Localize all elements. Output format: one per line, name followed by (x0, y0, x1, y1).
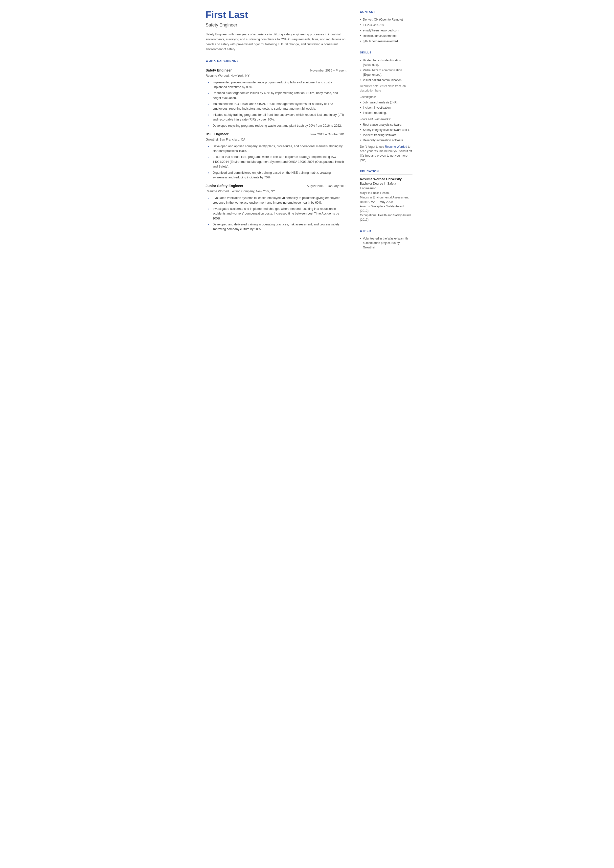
other-section: OTHER Volunteered in the Waste4Warmth hu… (360, 229, 412, 250)
tool-4: Reliability information software. (360, 138, 412, 143)
techniques-list: Job hazard analysis (JHA) Incident inves… (360, 100, 412, 115)
job-bullets-3: Evaluated ventilation systems to lessen … (206, 196, 346, 232)
technique-1: Job hazard analysis (JHA) (360, 100, 412, 105)
summary-text: Safety Engineer with nine years of exper… (206, 32, 346, 52)
job-entry-1: Safety Engineer November 2015 – Present … (206, 68, 346, 128)
recruiter-note: Recruiter note: enter skills from job de… (360, 84, 412, 93)
bullet-1-3: Maintained the ISO 14001 and OHSAS 18001… (208, 102, 346, 111)
contact-label: CONTACT (360, 10, 412, 16)
job-title-1: Safety Engineer (206, 68, 232, 73)
bullet-1-2: Reduced plant ergonomics issues by 40% b… (208, 91, 346, 101)
contact-section: CONTACT Denver, OH (Open to Remote) +1-2… (360, 10, 412, 43)
main-skills-list: Hidden hazards identification (Advanced)… (360, 58, 412, 82)
resume-page: First Last Safety Engineer Safety Engine… (196, 0, 419, 868)
bullet-3-3: Developed and delivered training in oper… (208, 222, 346, 232)
bullet-1-4: Initiated safety training programs for a… (208, 113, 346, 122)
skill-item-3: Visual hazard communication. (360, 78, 412, 82)
job-dates-2: June 2013 – October 2015 (310, 132, 346, 137)
contact-item-1: Denver, OH (Open to Remote) (360, 17, 412, 22)
edu-detail-5: Occupational Health and Safety Award (20… (360, 213, 412, 222)
job-header-1: Safety Engineer November 2015 – Present (206, 68, 346, 73)
right-column: CONTACT Denver, OH (Open to Remote) +1-2… (354, 0, 419, 868)
tool-2: Safety integrity level software (SIL). (360, 128, 412, 132)
resume-worded-link[interactable]: Resume Worded (385, 145, 407, 149)
tool-1: Root cause analysis software. (360, 123, 412, 127)
other-label: OTHER (360, 229, 412, 234)
work-experience-section: WORK EXPERIENCE Safety Engineer November… (206, 59, 346, 232)
contact-item-3: email@resumeworded.com (360, 28, 412, 33)
contact-item-2: +1-234-456-789 (360, 23, 412, 27)
job-company-2: Growthsi, San Francisco, CA (206, 137, 346, 142)
edu-detail-3: Boston, MA — May 2009 (360, 200, 412, 204)
bullet-1-5: Developed recycling programs reducing wa… (208, 123, 346, 128)
skills-section: SKILLS Hidden hazards identification (Ad… (360, 50, 412, 162)
job-dates-3: August 2010 – January 2013 (307, 184, 346, 189)
job-entry-2: HSE Engineer June 2013 – October 2015 Gr… (206, 132, 346, 180)
contact-item-5: github.com/resumeworded (360, 39, 412, 43)
edu-detail-2: Minors in Environmental Assessment. (360, 195, 412, 200)
job-bullets-2: Developed and applied company safety pla… (206, 144, 346, 180)
job-header-3: Junior Safety Engineer August 2010 – Jan… (206, 183, 346, 189)
technique-2: Incident investigation. (360, 106, 412, 110)
job-entry-3: Junior Safety Engineer August 2010 – Jan… (206, 183, 346, 231)
job-title-2: HSE Engineer (206, 132, 229, 137)
bullet-2-3: Organized and administered on-job traini… (208, 171, 346, 180)
edu-institution-1: Resume Worded University (360, 177, 412, 182)
scan-note: Don't forget to use Resume Worded to sca… (360, 144, 412, 162)
job-company-1: Resume Worded, New York, NY (206, 73, 346, 78)
education-label: EDUCATION (360, 169, 412, 175)
edu-entry-1: Resume Worded University Bachelor Degree… (360, 177, 412, 222)
technique-3: Incident reporting. (360, 110, 412, 115)
bullet-3-2: Investigated accidents and implemented c… (208, 207, 346, 221)
job-bullets-1: Implemented preventive maintenance progr… (206, 80, 346, 128)
contact-item-4: linkedin.com/in/username (360, 34, 412, 38)
edu-degree-1: Bachelor Degree in Safety Engineering. (360, 182, 412, 191)
job-title-header: Safety Engineer (206, 22, 346, 28)
scan-note-prefix: Don't forget to use (360, 145, 385, 149)
left-column: First Last Safety Engineer Safety Engine… (196, 0, 354, 868)
job-header-2: HSE Engineer June 2013 – October 2015 (206, 132, 346, 137)
bullet-2-2: Ensured that annual HSE programs were in… (208, 155, 346, 169)
tool-3: Incident tracking software. (360, 133, 412, 137)
skills-label: SKILLS (360, 50, 412, 56)
bullet-3-1: Evaluated ventilation systems to lessen … (208, 196, 346, 205)
techniques-label: Techniques: (360, 95, 412, 99)
skill-item-2: Verbal hazard communication (Experienced… (360, 68, 412, 77)
skill-item-1: Hidden hazards identification (Advanced)… (360, 58, 412, 67)
job-dates-1: November 2015 – Present (310, 68, 346, 73)
tools-label: Tools and Frameworks: (360, 117, 412, 121)
other-text: Volunteered in the Waste4Warmth humanita… (360, 236, 412, 250)
edu-detail-4: Awards: Workplace Safety Award (2012). (360, 204, 412, 213)
edu-detail-1: Major in Public Health. (360, 191, 412, 195)
contact-list: Denver, OH (Open to Remote) +1-234-456-7… (360, 17, 412, 43)
tools-list: Root cause analysis software. Safety int… (360, 123, 412, 143)
bullet-2-1: Developed and applied company safety pla… (208, 144, 346, 154)
bullet-1-1: Implemented preventive maintenance progr… (208, 80, 346, 90)
education-section: EDUCATION Resume Worded University Bache… (360, 169, 412, 222)
header-section: First Last Safety Engineer Safety Engine… (206, 10, 346, 52)
work-experience-label: WORK EXPERIENCE (206, 59, 346, 64)
job-company-3: Resume Worded Exciting Company, New York… (206, 189, 346, 194)
job-title-3: Junior Safety Engineer (206, 183, 243, 189)
full-name: First Last (206, 10, 346, 20)
